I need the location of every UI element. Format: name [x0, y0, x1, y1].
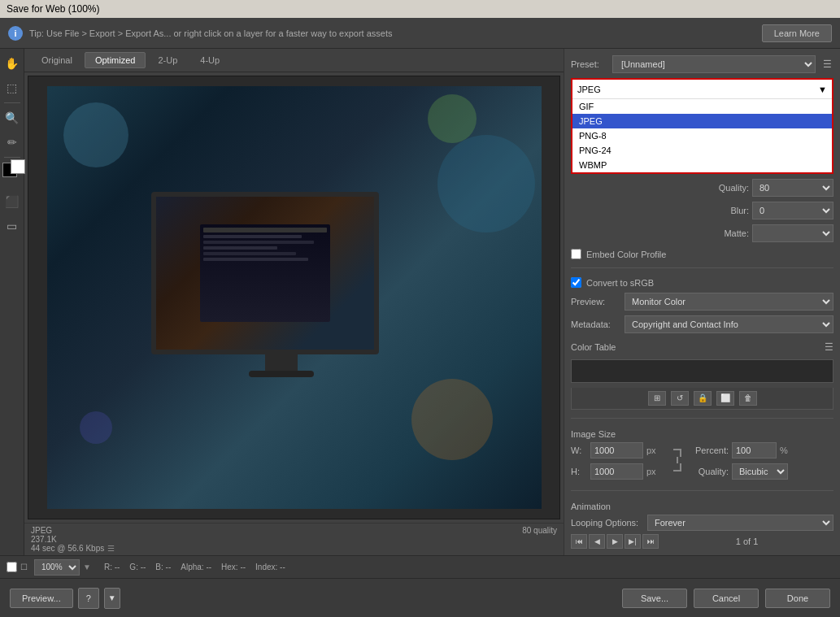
color-table-refresh-btn[interactable]: ↺ — [671, 391, 689, 406]
info-menu-icon[interactable]: ☰ — [107, 544, 115, 553]
format-option-jpeg[interactable]: JPEG — [572, 114, 832, 128]
matte-select[interactable] — [752, 224, 833, 242]
tip-text: Tip: Use File > Export > Export As... or… — [29, 28, 755, 38]
index-channel: Index: -- — [255, 563, 285, 571]
anim-prev-btn[interactable]: ◀ — [589, 534, 605, 549]
bottom-bar: ☐ 100% ▼ R: -- G: -- B: -- Alpha: -- Hex… — [0, 555, 840, 578]
format-dropdown-header[interactable]: JPEG ▼ — [572, 80, 832, 99]
zoom-tool[interactable]: 🔍 — [2, 108, 22, 128]
height-label: H: — [571, 467, 587, 476]
matte-label-text: Matte: — [708, 228, 749, 238]
eyedropper-tool[interactable]: ✏ — [2, 133, 22, 152]
background-color-swatch[interactable] — [11, 159, 25, 174]
tab-optimized[interactable]: Optimized — [85, 52, 146, 68]
embed-color-profile-row: Embed Color Profile — [571, 249, 833, 259]
looping-select[interactable]: Forever — [647, 515, 833, 531]
format-option-gif[interactable]: GIF — [572, 99, 832, 114]
embed-color-profile-label: Embed Color Profile — [586, 250, 666, 259]
percent-label: Percent: — [688, 445, 729, 455]
canvas-area — [28, 76, 560, 519]
anim-last-btn[interactable]: ⏭ — [642, 534, 659, 549]
preset-select[interactable]: [Unnamed] — [612, 55, 816, 73]
convert-srgb-label: Convert to sRGB — [586, 278, 654, 288]
preview-button[interactable]: Preview... — [10, 589, 73, 608]
color-swatches — [2, 163, 22, 187]
width-input[interactable] — [590, 442, 643, 458]
convert-srgb-checkbox[interactable] — [571, 277, 581, 288]
hex-channel: Hex: -- — [221, 563, 246, 571]
anim-play-btn[interactable]: ▶ — [607, 534, 623, 549]
format-dropdown-list: GIF JPEG PNG-8 PNG-24 WBMP — [572, 99, 832, 172]
monitor-graphic — [151, 192, 411, 403]
left-panel: Original Optimized 2-Up 4-Up — [24, 49, 564, 555]
blur-select[interactable]: 0 — [752, 202, 833, 219]
title-text: Save for Web (100%) — [7, 3, 100, 15]
color-table-delete-btn[interactable]: 🗑 — [739, 391, 757, 406]
format-selected: JPEG — [577, 85, 601, 94]
done-button[interactable]: Done — [765, 589, 830, 608]
help-button[interactable]: ? — [78, 588, 99, 609]
tool-divider — [4, 102, 20, 103]
color-table-lock-btn[interactable]: 🔒 — [694, 391, 712, 406]
color-table-title: Color Table — [571, 342, 616, 352]
zoom-select[interactable]: 100% — [34, 559, 80, 576]
anim-first-btn[interactable]: ⏮ — [571, 534, 587, 549]
action-bar-left: Preview... ? ▼ — [10, 588, 120, 609]
resample-row: Quality: Bicubic — [688, 463, 788, 480]
quality-resample-label: Quality: — [688, 467, 729, 476]
color-table-header: Color Table ☰ — [571, 341, 833, 353]
toggle-preview[interactable]: ⬛ — [2, 192, 22, 211]
embed-color-profile-checkbox[interactable] — [571, 249, 581, 259]
tab-bar: Original Optimized 2-Up 4-Up — [24, 49, 564, 72]
animation-title: Animation — [571, 502, 833, 511]
toggle-view[interactable]: ▭ — [2, 216, 22, 236]
preview-checkbox-label: ☐ — [20, 563, 28, 571]
slice-tool[interactable]: ⬚ — [2, 78, 22, 98]
width-row: W: px — [571, 442, 667, 458]
format-label: JPEG — [31, 526, 115, 535]
save-button[interactable]: Save... — [622, 589, 687, 608]
format-dropdown-arrow: ▼ — [818, 85, 827, 94]
right-panel: Preset: [Unnamed] ☰ JPEG ▼ GIF JPEG PNG-… — [564, 49, 840, 555]
left-toolbar: ✋ ⬚ 🔍 ✏ ⬛ ▭ — [0, 49, 24, 555]
quality-label-text: Quality: — [708, 183, 749, 193]
b-channel: B: -- — [155, 563, 171, 571]
resample-select[interactable]: Bicubic — [732, 463, 788, 480]
color-table-map-btn[interactable]: ⊞ — [648, 391, 666, 406]
blur-row: Blur: 0 — [571, 202, 833, 219]
height-input[interactable] — [590, 463, 643, 480]
preset-menu-icon[interactable]: ☰ — [820, 58, 833, 71]
format-option-wbmp[interactable]: WBMP — [572, 158, 832, 172]
height-unit: px — [646, 467, 667, 476]
percent-unit: % — [780, 445, 788, 455]
action-bar-right: Save... Cancel Done — [622, 589, 830, 608]
cancel-button[interactable]: Cancel — [694, 589, 759, 608]
zoom-dropdown-icon[interactable]: ▼ — [83, 563, 91, 571]
color-table-area — [571, 359, 833, 383]
tab-2up[interactable]: 2-Up — [147, 52, 188, 68]
preview-select[interactable]: Monitor Color — [625, 293, 833, 311]
format-dropdown[interactable]: JPEG ▼ GIF JPEG PNG-8 PNG-24 WBMP — [571, 78, 833, 174]
hand-tool[interactable]: ✋ — [2, 54, 22, 73]
color-table-menu-icon[interactable]: ☰ — [825, 341, 833, 353]
preview-checkbox[interactable] — [7, 562, 17, 572]
format-option-png8[interactable]: PNG-8 — [572, 128, 832, 143]
bottom-checkbox: ☐ 100% ▼ — [7, 559, 91, 576]
learn-more-button[interactable]: Learn More — [762, 24, 832, 42]
image-size-title: Image Size — [571, 429, 833, 439]
canvas-info-left: JPEG 237.1K 44 sec @ 56.6 Kbps ☰ — [31, 526, 115, 553]
quality-select[interactable]: 80 — [752, 179, 833, 197]
preview-label: Preview: — [571, 297, 620, 306]
anim-next-btn[interactable]: ▶| — [625, 534, 641, 549]
help-chevron-button[interactable]: ▼ — [104, 588, 120, 609]
tab-original[interactable]: Original — [31, 52, 83, 68]
metadata-select[interactable]: Copyright and Contact Info — [625, 315, 833, 333]
percent-input[interactable] — [732, 442, 777, 458]
color-table-new-btn[interactable]: ⬜ — [716, 391, 734, 406]
r-channel: R: -- — [104, 563, 120, 571]
anim-counter: 1 of 1 — [660, 537, 833, 546]
tab-4up[interactable]: 4-Up — [189, 52, 230, 68]
format-option-png24[interactable]: PNG-24 — [572, 143, 832, 158]
quality-label: 80 quality — [522, 526, 557, 553]
width-label: W: — [571, 445, 587, 455]
